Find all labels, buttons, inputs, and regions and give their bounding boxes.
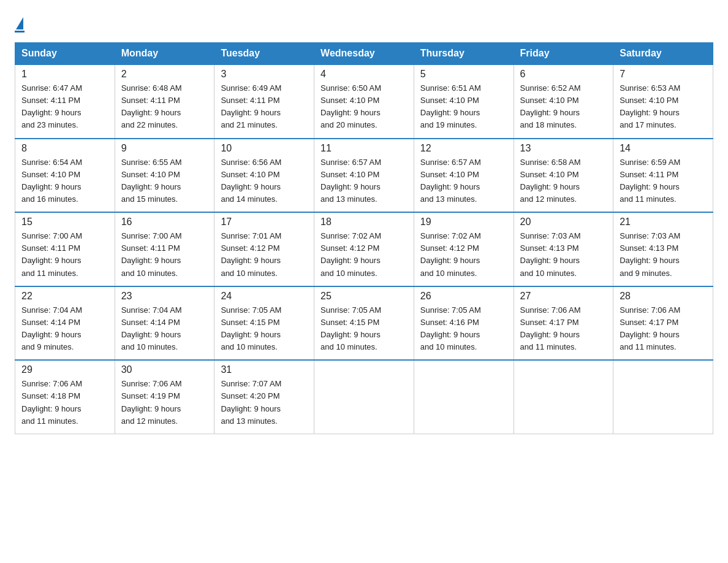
day-cell: 3 Sunrise: 6:49 AMSunset: 4:11 PMDayligh… xyxy=(214,64,314,139)
day-number: 15 xyxy=(21,216,108,228)
day-info: Sunrise: 7:00 AMSunset: 4:11 PMDaylight:… xyxy=(121,230,208,280)
day-info: Sunrise: 6:49 AMSunset: 4:11 PMDaylight:… xyxy=(221,82,308,132)
day-cell: 9 Sunrise: 6:55 AMSunset: 4:10 PMDayligh… xyxy=(115,139,214,213)
header-thursday: Thursday xyxy=(414,43,514,65)
day-cell: 29 Sunrise: 7:06 AMSunset: 4:18 PMDaylig… xyxy=(15,360,115,434)
week-row-1: 1 Sunrise: 6:47 AMSunset: 4:11 PMDayligh… xyxy=(15,64,713,139)
day-number: 14 xyxy=(620,143,707,154)
day-cell: 25 Sunrise: 7:05 AMSunset: 4:15 PMDaylig… xyxy=(314,286,414,361)
header-saturday: Saturday xyxy=(613,43,713,65)
day-info: Sunrise: 7:05 AMSunset: 4:16 PMDaylight:… xyxy=(420,304,507,354)
day-cell: 12 Sunrise: 6:57 AMSunset: 4:10 PMDaylig… xyxy=(414,139,514,213)
week-row-5: 29 Sunrise: 7:06 AMSunset: 4:18 PMDaylig… xyxy=(15,360,713,434)
header-friday: Friday xyxy=(514,43,613,65)
day-info: Sunrise: 7:03 AMSunset: 4:13 PMDaylight:… xyxy=(620,230,707,280)
day-number: 7 xyxy=(620,69,707,80)
day-number: 21 xyxy=(620,216,707,228)
header-monday: Monday xyxy=(115,43,214,65)
calendar-header-row: SundayMondayTuesdayWednesdayThursdayFrid… xyxy=(15,43,713,65)
day-number: 1 xyxy=(21,69,108,80)
day-cell: 28 Sunrise: 7:06 AMSunset: 4:17 PMDaylig… xyxy=(613,286,713,361)
day-cell: 10 Sunrise: 6:56 AMSunset: 4:10 PMDaylig… xyxy=(214,139,314,213)
day-cell: 17 Sunrise: 7:01 AMSunset: 4:12 PMDaylig… xyxy=(214,212,314,286)
day-number: 13 xyxy=(520,143,607,154)
day-info: Sunrise: 7:04 AMSunset: 4:14 PMDaylight:… xyxy=(21,304,108,354)
day-info: Sunrise: 7:02 AMSunset: 4:12 PMDaylight:… xyxy=(420,230,507,280)
logo-triangle-icon xyxy=(16,17,23,29)
day-cell: 19 Sunrise: 7:02 AMSunset: 4:12 PMDaylig… xyxy=(414,212,514,286)
day-number: 29 xyxy=(21,364,108,375)
day-number: 25 xyxy=(320,291,408,302)
day-number: 28 xyxy=(620,291,707,302)
day-info: Sunrise: 6:56 AMSunset: 4:10 PMDaylight:… xyxy=(221,156,308,206)
day-cell: 13 Sunrise: 6:58 AMSunset: 4:10 PMDaylig… xyxy=(514,139,613,213)
day-cell: 5 Sunrise: 6:51 AMSunset: 4:10 PMDayligh… xyxy=(414,64,514,139)
day-cell: 11 Sunrise: 6:57 AMSunset: 4:10 PMDaylig… xyxy=(314,139,414,213)
day-info: Sunrise: 6:48 AMSunset: 4:11 PMDaylight:… xyxy=(121,82,208,132)
day-info: Sunrise: 6:55 AMSunset: 4:10 PMDaylight:… xyxy=(121,156,208,206)
day-info: Sunrise: 7:06 AMSunset: 4:19 PMDaylight:… xyxy=(121,378,208,427)
day-number: 24 xyxy=(221,291,308,302)
day-number: 5 xyxy=(420,69,507,80)
day-cell xyxy=(613,360,713,434)
logo-text xyxy=(15,15,25,29)
day-cell: 26 Sunrise: 7:05 AMSunset: 4:16 PMDaylig… xyxy=(414,286,514,361)
day-cell: 4 Sunrise: 6:50 AMSunset: 4:10 PMDayligh… xyxy=(314,64,414,139)
day-number: 17 xyxy=(221,216,308,228)
day-cell: 7 Sunrise: 6:53 AMSunset: 4:10 PMDayligh… xyxy=(613,64,713,139)
day-info: Sunrise: 7:01 AMSunset: 4:12 PMDaylight:… xyxy=(221,230,308,280)
day-cell xyxy=(414,360,514,434)
day-info: Sunrise: 6:51 AMSunset: 4:10 PMDaylight:… xyxy=(420,82,507,132)
day-info: Sunrise: 7:06 AMSunset: 4:17 PMDaylight:… xyxy=(620,304,707,354)
calendar-table: SundayMondayTuesdayWednesdayThursdayFrid… xyxy=(15,42,713,434)
day-number: 30 xyxy=(121,364,208,375)
day-cell: 24 Sunrise: 7:05 AMSunset: 4:15 PMDaylig… xyxy=(214,286,314,361)
day-number: 27 xyxy=(520,291,607,302)
day-number: 23 xyxy=(121,291,208,302)
day-cell xyxy=(514,360,613,434)
logo-line xyxy=(15,31,25,33)
day-info: Sunrise: 7:04 AMSunset: 4:14 PMDaylight:… xyxy=(121,304,208,354)
day-info: Sunrise: 6:50 AMSunset: 4:10 PMDaylight:… xyxy=(320,82,408,132)
day-info: Sunrise: 7:00 AMSunset: 4:11 PMDaylight:… xyxy=(21,230,108,280)
day-number: 19 xyxy=(420,216,507,228)
day-info: Sunrise: 7:07 AMSunset: 4:20 PMDaylight:… xyxy=(221,378,308,427)
day-number: 4 xyxy=(320,69,408,80)
day-info: Sunrise: 7:05 AMSunset: 4:15 PMDaylight:… xyxy=(221,304,308,354)
day-cell: 31 Sunrise: 7:07 AMSunset: 4:20 PMDaylig… xyxy=(214,360,314,434)
day-number: 31 xyxy=(221,364,308,375)
week-row-3: 15 Sunrise: 7:00 AMSunset: 4:11 PMDaylig… xyxy=(15,212,713,286)
day-info: Sunrise: 6:58 AMSunset: 4:10 PMDaylight:… xyxy=(520,156,607,206)
day-info: Sunrise: 7:06 AMSunset: 4:18 PMDaylight:… xyxy=(21,378,108,427)
day-info: Sunrise: 6:53 AMSunset: 4:10 PMDaylight:… xyxy=(620,82,707,132)
day-info: Sunrise: 7:02 AMSunset: 4:12 PMDaylight:… xyxy=(320,230,408,280)
day-cell: 20 Sunrise: 7:03 AMSunset: 4:13 PMDaylig… xyxy=(514,212,613,286)
day-number: 12 xyxy=(420,143,507,154)
day-number: 22 xyxy=(21,291,108,302)
day-info: Sunrise: 7:05 AMSunset: 4:15 PMDaylight:… xyxy=(320,304,408,354)
day-cell: 27 Sunrise: 7:06 AMSunset: 4:17 PMDaylig… xyxy=(514,286,613,361)
day-cell: 23 Sunrise: 7:04 AMSunset: 4:14 PMDaylig… xyxy=(115,286,214,361)
day-cell: 18 Sunrise: 7:02 AMSunset: 4:12 PMDaylig… xyxy=(314,212,414,286)
day-cell: 14 Sunrise: 6:59 AMSunset: 4:11 PMDaylig… xyxy=(613,139,713,213)
header-wednesday: Wednesday xyxy=(314,43,414,65)
page-header xyxy=(15,15,713,33)
day-cell: 6 Sunrise: 6:52 AMSunset: 4:10 PMDayligh… xyxy=(514,64,613,139)
day-info: Sunrise: 6:57 AMSunset: 4:10 PMDaylight:… xyxy=(320,156,408,206)
day-number: 18 xyxy=(320,216,408,228)
day-number: 10 xyxy=(221,143,308,154)
week-row-4: 22 Sunrise: 7:04 AMSunset: 4:14 PMDaylig… xyxy=(15,286,713,361)
logo xyxy=(15,15,25,33)
day-info: Sunrise: 6:59 AMSunset: 4:11 PMDaylight:… xyxy=(620,156,707,206)
day-cell: 16 Sunrise: 7:00 AMSunset: 4:11 PMDaylig… xyxy=(115,212,214,286)
header-tuesday: Tuesday xyxy=(214,43,314,65)
day-cell: 1 Sunrise: 6:47 AMSunset: 4:11 PMDayligh… xyxy=(15,64,115,139)
day-cell xyxy=(314,360,414,434)
day-number: 20 xyxy=(520,216,607,228)
day-number: 11 xyxy=(320,143,408,154)
day-number: 8 xyxy=(21,143,108,154)
day-cell: 22 Sunrise: 7:04 AMSunset: 4:14 PMDaylig… xyxy=(15,286,115,361)
day-info: Sunrise: 6:47 AMSunset: 4:11 PMDaylight:… xyxy=(21,82,108,132)
day-info: Sunrise: 6:52 AMSunset: 4:10 PMDaylight:… xyxy=(520,82,607,132)
day-info: Sunrise: 7:03 AMSunset: 4:13 PMDaylight:… xyxy=(520,230,607,280)
